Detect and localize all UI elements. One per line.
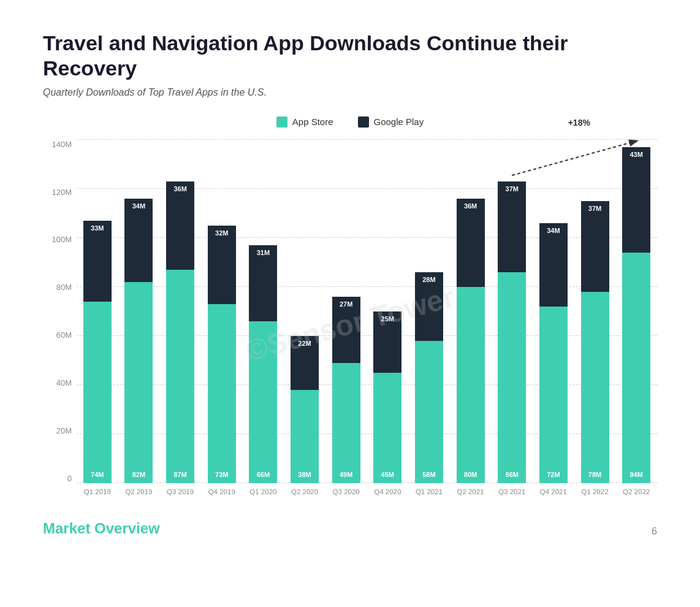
x-label: Q4 2019 (201, 483, 243, 508)
y-label-40: 40M (43, 378, 77, 387)
x-label: Q1 2022 (574, 483, 616, 508)
y-label-140: 140M (43, 140, 77, 149)
x-label: Q1 2020 (243, 483, 284, 508)
bar-label-bottom: 82M (132, 471, 145, 478)
bar-label-bottom: 86M (506, 471, 519, 478)
x-label: Q2 2020 (284, 483, 325, 508)
subtitle: Quarterly Downloads of Top Travel Apps i… (43, 87, 657, 98)
bar-group: 33M74M (77, 140, 118, 483)
bar-group: 28M58M (408, 140, 450, 483)
page-number: 6 (652, 526, 657, 537)
market-overview-label: Market Overview (43, 520, 160, 537)
bar-group: 27M49M (325, 140, 367, 483)
bar-label-top: 31M (257, 249, 270, 256)
x-label: Q4 2020 (367, 483, 408, 508)
bar-label-top: 27M (340, 300, 352, 308)
bar-label-top: 28M (422, 276, 435, 283)
y-label-20: 20M (43, 426, 77, 435)
x-label: Q3 2021 (491, 483, 533, 508)
app-store-label: App Store (292, 116, 333, 127)
bar-label-bottom: 73M (215, 471, 228, 478)
bar-group: 36M87M (159, 140, 201, 483)
bar-label-bottom: 78M (588, 471, 601, 478)
bar-label-top: 36M (173, 185, 186, 193)
bar-label-top: 22M (298, 340, 311, 347)
bar-group: 34M82M (118, 140, 160, 483)
bottom-section: Market Overview 6 (43, 520, 657, 537)
x-label: Q1 2021 (408, 483, 450, 508)
x-axis: Q1 2019Q2 2019Q3 2019Q4 2019Q1 2020Q2 20… (77, 483, 657, 508)
page: Travel and Navigation App Downloads Cont… (0, 0, 700, 607)
bar-group: 37M78M (574, 140, 616, 483)
y-label-80: 80M (43, 283, 77, 292)
main-title: Travel and Navigation App Downloads Cont… (43, 31, 657, 81)
bar-group: 31M66M (243, 140, 284, 483)
bar-group: 22M38M (284, 140, 325, 483)
bar-group: 36M80M (450, 140, 492, 483)
bars-container: 33M74M34M82M36M87M32M73M31M66M22M38M27M4… (77, 140, 657, 483)
google-play-label: Google Play (374, 116, 424, 127)
y-label-120: 120M (43, 188, 77, 197)
bar-label-top: 43M (630, 151, 642, 158)
bar-label-top: 34M (547, 227, 560, 234)
bar-group: 25M45M (367, 140, 408, 483)
y-label-0: 0 (43, 474, 77, 483)
bar-label-top: 37M (588, 205, 601, 212)
bar-label-top: 36M (464, 202, 477, 210)
bar-group: 34M72M (533, 140, 574, 483)
bar-label-bottom: 49M (340, 471, 352, 478)
chart-area: ©Sensor Tower 0 20M 40M 60M 80M 100M 120… (43, 140, 657, 508)
legend: App Store Google Play (43, 116, 657, 128)
x-label: Q1 2019 (77, 483, 118, 508)
x-label: Q2 2019 (118, 483, 160, 508)
y-axis: 0 20M 40M 60M 80M 100M 120M 140M (43, 140, 77, 483)
bar-label-top: 37M (506, 185, 519, 193)
x-label: Q4 2021 (533, 483, 574, 508)
bar-label-bottom: 38M (298, 471, 311, 478)
app-store-color-box (276, 116, 287, 128)
x-label: Q3 2020 (325, 483, 367, 508)
legend-google-play: Google Play (358, 116, 424, 128)
bar-label-bottom: 72M (547, 471, 560, 478)
bar-label-bottom: 66M (257, 471, 270, 478)
bar-label-top: 34M (132, 202, 145, 210)
x-label: Q2 2021 (450, 483, 492, 508)
google-play-color-box (358, 116, 369, 128)
bar-group: 37M86M (491, 140, 533, 483)
bar-group: 32M73M (201, 140, 243, 483)
y-label-60: 60M (43, 330, 77, 340)
bar-label-top: 33M (91, 224, 104, 232)
x-label: Q3 2019 (159, 483, 201, 508)
bar-label-top: 25M (381, 315, 394, 323)
bar-label-bottom: 58M (422, 471, 435, 478)
bar-label-bottom: 74M (91, 471, 104, 478)
bar-group: 43M94M (615, 140, 657, 483)
bar-label-bottom: 87M (173, 471, 186, 478)
legend-app-store: App Store (276, 116, 333, 128)
bar-label-bottom: 80M (464, 471, 477, 478)
x-label: Q2 2022 (615, 483, 657, 508)
y-label-100: 100M (43, 235, 77, 244)
bar-label-bottom: 45M (381, 471, 394, 478)
bar-label-bottom: 94M (630, 471, 642, 478)
bar-label-top: 32M (215, 229, 228, 237)
